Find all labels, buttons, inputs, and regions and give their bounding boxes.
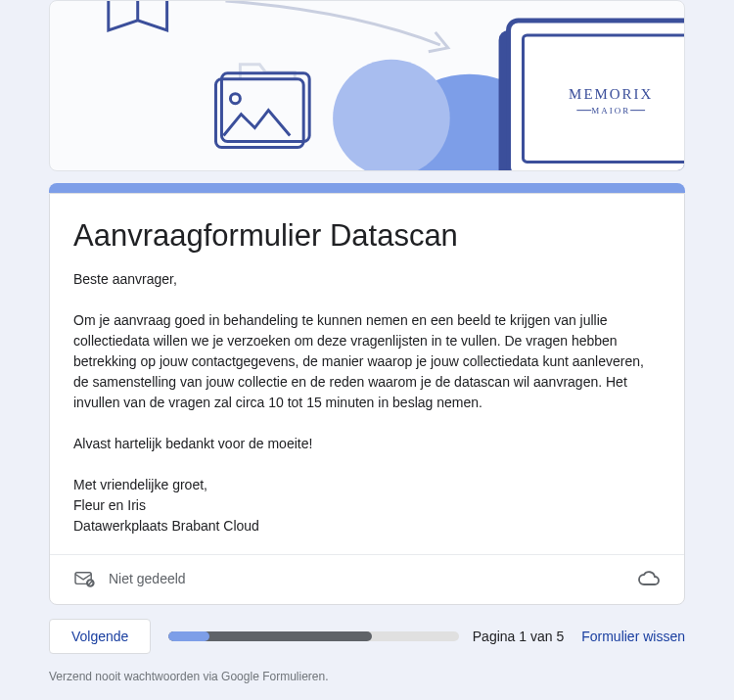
brand-text-2: MAIOR: [591, 106, 630, 116]
next-button[interactable]: Volgende: [49, 619, 151, 654]
signoff-line: Met vriendelijke groet,: [73, 475, 661, 495]
form-nav-row: Volgende Pagina 1 van 5 Formulier wissen: [49, 619, 685, 654]
form-intro-card: Aanvraagformulier Datascan Beste aanvrag…: [49, 193, 685, 605]
card-footer: Niet gedeeld: [50, 554, 684, 604]
org-line: Datawerkplaats Brabant Cloud: [73, 516, 661, 537]
svg-point-1: [333, 60, 450, 171]
form-title: Aanvraagformulier Datascan: [73, 217, 661, 256]
sharing-status-text: Niet gedeeld: [109, 571, 186, 586]
progress-bar: [168, 631, 458, 641]
form-header-image: MEMORIX MAIOR: [49, 0, 685, 171]
clear-form-link[interactable]: Formulier wissen: [581, 629, 685, 644]
brand-text-1: MEMORIX: [569, 86, 653, 102]
progress-fill: [168, 631, 208, 641]
header-illustration: MEMORIX MAIOR: [50, 1, 684, 171]
form-accent-bar: [49, 183, 685, 193]
mail-blocked-icon: [73, 570, 95, 587]
form-description: Beste aanvrager, Om je aanvraag goed in …: [73, 269, 661, 537]
signer-line: Fleur en Iris: [73, 495, 661, 516]
password-disclaimer: Verzend nooit wachtwoorden via Google Fo…: [49, 670, 685, 683]
svg-rect-2: [215, 79, 303, 148]
page-counter: Pagina 1 van 5: [473, 629, 564, 644]
body-paragraph: Om je aanvraag goed in behandeling te ku…: [73, 310, 661, 413]
thanks-line: Alvast hartelijk bedankt voor de moeite!: [73, 434, 661, 454]
cloud-save-icon[interactable]: [637, 569, 661, 588]
progress-wrap: Pagina 1 van 5: [168, 629, 564, 644]
greeting-line: Beste aanvrager,: [73, 269, 661, 290]
